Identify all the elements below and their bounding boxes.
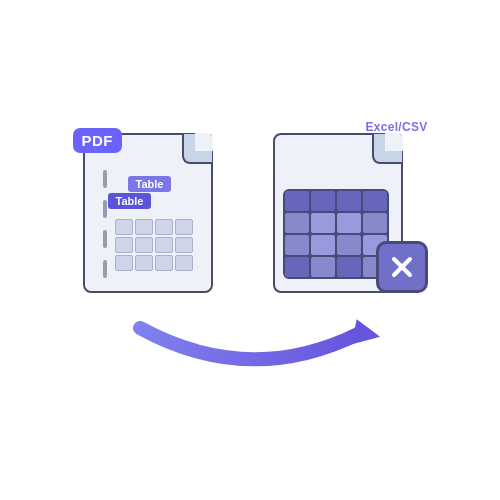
icons-row: PDF Table Table: [73, 118, 428, 293]
mini-cell: [175, 237, 193, 253]
pdf-mini-grid: [115, 219, 193, 271]
table-tag-1: Table: [128, 176, 172, 192]
pdf-badge: PDF: [73, 128, 123, 153]
excel-cell: [285, 191, 309, 211]
mini-cell: [135, 237, 153, 253]
mini-cell: [115, 219, 133, 235]
mini-cell: [155, 219, 173, 235]
x-svg: [388, 253, 416, 281]
pdf-line-3: [103, 230, 107, 248]
excel-cell: [311, 257, 335, 277]
main-scene: PDF Table Table: [40, 70, 460, 430]
pdf-line-4: [103, 260, 107, 278]
excel-cell: [285, 257, 309, 277]
excel-grid: [283, 189, 389, 279]
pdf-page: [83, 133, 213, 293]
mini-cell: [135, 255, 153, 271]
excel-cell: [363, 213, 387, 233]
mini-cell: [115, 237, 133, 253]
excel-cell: [363, 191, 387, 211]
mini-cell: [155, 237, 173, 253]
excel-cell: [311, 235, 335, 255]
excel-cell: [311, 191, 335, 211]
excel-cell: [285, 235, 309, 255]
excel-cell: [337, 191, 361, 211]
mini-cell: [135, 219, 153, 235]
conversion-arrow: [110, 313, 390, 383]
mini-cell: [115, 255, 133, 271]
mini-cell: [175, 255, 193, 271]
pdf-line-1: [103, 170, 107, 188]
table-tag-2: Table: [108, 193, 152, 209]
mini-cell: [175, 219, 193, 235]
mini-cell: [155, 255, 173, 271]
excel-badge: Excel/CSV: [365, 120, 427, 134]
excel-grid-wrap: [283, 189, 389, 279]
pdf-lines: [103, 170, 107, 278]
x-icon: [376, 241, 428, 293]
excel-document: Excel/CSV: [273, 118, 428, 293]
pdf-line-2: [103, 200, 107, 218]
excel-cell: [337, 213, 361, 233]
excel-cell: [337, 257, 361, 277]
arrow-row: [80, 313, 420, 383]
pdf-document: PDF Table Table: [73, 128, 213, 293]
excel-cell: [337, 235, 361, 255]
excel-cell: [311, 213, 335, 233]
excel-cell: [285, 213, 309, 233]
